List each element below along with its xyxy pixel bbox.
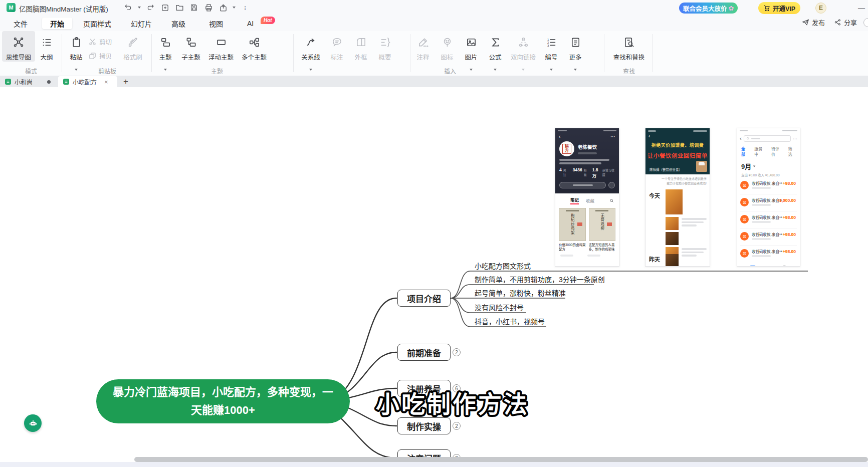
promo-card: ‹ 拒绝天价加盟费、培训费 让小餐饮创业回归简单 陈师傅（餐饮创业者） bbox=[645, 128, 710, 174]
search-icon bbox=[746, 137, 750, 140]
stat-value: 1.8万 bbox=[592, 167, 601, 178]
qr-payment-icon: ⊡ bbox=[740, 198, 749, 206]
recipe-card: 无骨鸡柳 bbox=[589, 208, 616, 241]
numbering-button[interactable]: 123 编号 bbox=[539, 31, 563, 66]
menu-bar: 文件 开始 页面样式 幻灯片 高级 视图 AI Hot 发布 分享 bbox=[0, 15, 868, 31]
group-label-find: 查找 bbox=[607, 67, 650, 75]
collapse-badge[interactable]: 2 bbox=[453, 348, 461, 356]
doc-tab-xiaoheshang[interactable]: 小和尚 bbox=[0, 76, 56, 87]
new-document-icon[interactable] bbox=[160, 3, 170, 13]
profile-avatar: 秘方 bbox=[559, 141, 574, 156]
transaction-amount: +98.00 bbox=[783, 249, 796, 254]
stat-value: 4 bbox=[559, 167, 562, 172]
attached-image-profile[interactable]: ‹⋯ 秘方 老陈餐饮 4关注 3436粉丝 bbox=[555, 128, 619, 267]
export-icon[interactable] bbox=[218, 3, 228, 13]
central-topic[interactable]: 暴力冷门蓝海项目，小吃配方，多种变现，一天能赚1000+ bbox=[96, 379, 350, 423]
back-icon: ‹ bbox=[559, 134, 560, 139]
subtopic-label: 子主题 bbox=[181, 52, 200, 62]
transaction-row: ⊡ 收钱码收款-来自** +1,000.00 bbox=[740, 194, 797, 211]
mindmap-canvas: 小吃配方图文形式 制作简单，不用剪辑功底，3分钟一条原创 起号简单，涨粉快，粉丝… bbox=[0, 87, 868, 467]
subtopic-2[interactable]: 制作简单，不用剪辑功底，3分钟一条原创 bbox=[475, 274, 605, 284]
floating-topic-icon bbox=[215, 35, 227, 49]
video-caption-overlay[interactable]: 小吃制作方法 bbox=[374, 386, 544, 420]
undo-dropdown-icon[interactable] bbox=[138, 7, 141, 9]
picture-icon bbox=[466, 35, 477, 49]
subtopic-button[interactable]: 子主题 bbox=[177, 31, 204, 62]
menu-view[interactable]: 视图 bbox=[206, 18, 226, 29]
user-avatar[interactable]: E bbox=[815, 3, 826, 14]
mindmap-mode-button[interactable]: 思维导图 bbox=[2, 31, 35, 62]
ai-assistant-button[interactable] bbox=[24, 414, 42, 432]
attached-image-billing[interactable]: ‹ ⋯ 全部 服务中 待评价 筛选 9月 支出 ¥0.00 收入 ¥1,480.… bbox=[737, 128, 800, 267]
filter-tab-filter: 筛选 bbox=[788, 146, 796, 157]
member-promo-badge[interactable]: 联合会员大放价 ✿ bbox=[679, 3, 738, 14]
cut-icon bbox=[88, 38, 97, 46]
qr-payment-icon: ⊡ bbox=[740, 215, 749, 223]
redo-icon[interactable] bbox=[145, 3, 155, 13]
new-tab-button[interactable]: + bbox=[120, 76, 131, 87]
menu-slides[interactable]: 幻灯片 bbox=[128, 18, 155, 29]
branch-project-intro[interactable]: 项目介绍 bbox=[397, 290, 451, 307]
subtopic-1[interactable]: 小吃配方图文形式 bbox=[475, 261, 531, 271]
paste-button[interactable]: 粘贴 bbox=[64, 31, 88, 66]
customize-toolbar-icon[interactable]: ⁝ bbox=[240, 3, 250, 13]
transaction-row: ⊡ 收钱码收款-来自** +98.00 bbox=[740, 246, 797, 263]
menu-page-style[interactable]: 页面样式 bbox=[80, 18, 114, 29]
subtopic-5[interactable]: 抖音，小红书，视频号 bbox=[475, 316, 545, 326]
attached-image-promo[interactable]: ‹ 拒绝天价加盟费、培训费 让小餐饮创业回归简单 陈师傅（餐饮创业者） 一个专注… bbox=[645, 128, 710, 267]
menu-right-actions: 发布 分享 bbox=[802, 18, 857, 27]
subtopic-3[interactable]: 起号简单，涨粉快，粉丝精准 bbox=[475, 288, 566, 298]
multiple-topics-button[interactable]: 多个主题 bbox=[238, 31, 271, 62]
transaction-amount: +98.00 bbox=[783, 215, 796, 220]
transaction-amount: +98.00 bbox=[783, 232, 796, 237]
formula-button[interactable]: 公式 bbox=[483, 31, 507, 66]
more-insert-button[interactable]: 更多 bbox=[563, 31, 587, 66]
close-tab-icon[interactable]: × bbox=[104, 79, 108, 85]
title-bar: M 亿图脑图MindMaster (试用版) bbox=[0, 0, 868, 15]
promo-text: 联合会员大放价 bbox=[683, 4, 727, 13]
seal-text: 秘方 bbox=[562, 144, 571, 154]
unsaved-dot-icon bbox=[47, 80, 51, 84]
yesterday-label: 昨天 bbox=[649, 255, 660, 263]
menu-ai[interactable]: AI bbox=[244, 18, 257, 29]
qr-payment-icon: ⊡ bbox=[740, 181, 749, 189]
floating-topic-button[interactable]: 浮动主题 bbox=[204, 31, 238, 62]
transaction-amount: +1,000.00 bbox=[777, 198, 796, 203]
transaction-date bbox=[752, 255, 771, 257]
outline-mode-button[interactable]: 大纲 bbox=[35, 31, 58, 62]
group-label-insert: 插入 bbox=[297, 67, 603, 75]
open-vip-button[interactable]: 开通VIP bbox=[758, 2, 800, 14]
format-painter-button: 格式刷 bbox=[119, 31, 146, 62]
share-button[interactable]: 分享 bbox=[834, 18, 857, 27]
menu-advanced[interactable]: 高级 bbox=[168, 18, 188, 29]
month-dropdown-icon bbox=[753, 165, 756, 167]
robot-icon bbox=[28, 418, 38, 428]
publish-button[interactable]: 发布 bbox=[802, 18, 825, 27]
ribbon-toolbar: 思维导图 大纲 模式 粘贴 bbox=[0, 31, 868, 76]
find-replace-button[interactable]: 查找和替换 bbox=[607, 31, 650, 62]
horizontal-scrollbar[interactable] bbox=[134, 457, 868, 462]
promo-headline-2: 让小餐饮创业回归简单 bbox=[645, 151, 710, 159]
document-icon bbox=[63, 79, 69, 85]
recipe-title: 枸杞炒鸡架 bbox=[569, 213, 575, 236]
comment-icon bbox=[417, 35, 429, 49]
collapse-badge[interactable]: 2 bbox=[453, 422, 461, 430]
profile-feed: 笔记 收藏 枸杞炒鸡架 无骨鸡柳 bbox=[555, 193, 619, 257]
doc-tab-xiaochipeifang[interactable]: 小吃配方 × bbox=[58, 76, 117, 87]
relationship-button[interactable]: 关系线 bbox=[297, 31, 325, 66]
ribbon-separator bbox=[293, 34, 294, 72]
publish-label: 发布 bbox=[812, 18, 825, 27]
print-icon[interactable] bbox=[203, 3, 213, 13]
undo-icon[interactable] bbox=[123, 3, 133, 13]
menu-file[interactable]: 文件 bbox=[11, 18, 31, 29]
export-dropdown-icon[interactable] bbox=[233, 7, 236, 9]
picture-button[interactable]: 图片 bbox=[459, 31, 483, 66]
branch-preparation[interactable]: 前期准备 bbox=[397, 344, 451, 361]
numbering-label: 编号 bbox=[545, 52, 557, 62]
topic-button[interactable]: 主题 bbox=[153, 31, 177, 66]
subtopic-4[interactable]: 没有风险不封号 bbox=[475, 302, 524, 312]
minimize-button[interactable]: — bbox=[856, 2, 867, 13]
menu-home[interactable]: 开始 bbox=[42, 18, 72, 29]
save-icon[interactable] bbox=[189, 3, 199, 13]
open-file-icon[interactable] bbox=[174, 3, 184, 13]
